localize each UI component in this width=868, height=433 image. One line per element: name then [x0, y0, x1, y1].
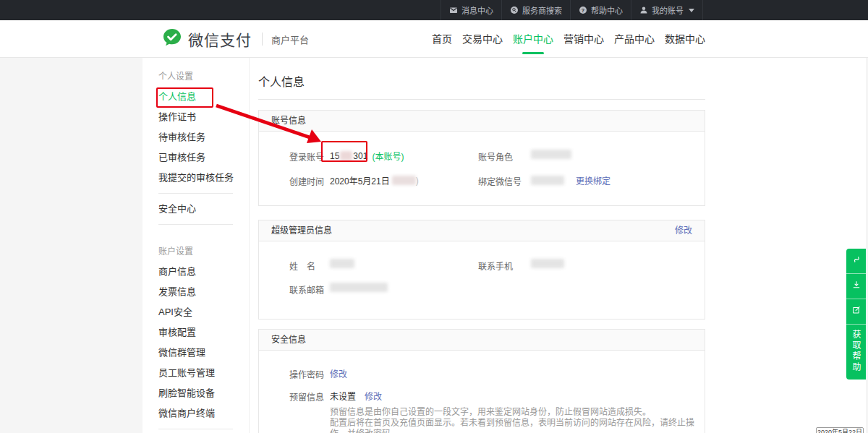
get-help-button[interactable]: 获取帮助 [846, 325, 866, 380]
feedback-button[interactable] [846, 299, 866, 325]
account-role-label: 账号角色 [478, 150, 513, 163]
sidebar-item-api-security[interactable]: API安全 [158, 302, 249, 322]
topbar-item-messages[interactable]: 消息中心 [441, 0, 501, 20]
primary-nav: 首页 交易中心 账户中心 营销中心 产品中心 数据中心 [432, 20, 705, 58]
bound-wechat-label: 绑定微信号 [478, 175, 522, 187]
operation-password-value: 修改 [330, 367, 347, 380]
brand-portal-label: 商户平台 [271, 33, 309, 46]
sidebar-item-wechat-merchant-terminal[interactable]: 微信商户终端 [158, 403, 249, 424]
login-account-suffix: 301 [353, 151, 367, 161]
brand-divider [262, 33, 263, 46]
sidebar: 个人设置 个人信息 操作证书 待审核任务 已审核任务 我提交的审核任务 安全中心… [142, 58, 250, 433]
sidebar-group-personal-settings: 个人设置 [158, 67, 249, 87]
get-help-label: 获取帮助 [850, 330, 862, 373]
topbar-item-my-account[interactable]: 我的账号 [631, 0, 703, 20]
main-content: 个人信息 账号信息 登录账号 15 301 (本账号) 账号角色 [250, 58, 866, 433]
page-title: 个人信息 [258, 72, 866, 90]
sidebar-divider [158, 429, 233, 429]
security-info-card: 安全信息 操作密码 修改 预留信息 未设置 修改 预留信息是由你自己设置的一段文… [258, 329, 705, 433]
reserve-info-description: 预留信息是由你自己设置的一段文字，用来鉴定网站身份，防止假冒网站造成损失。 配置… [330, 407, 705, 433]
operation-password-label: 操作密码 [289, 368, 324, 380]
contact-email-value [330, 283, 388, 292]
change-binding-link[interactable]: 更换绑定 [576, 174, 610, 187]
sidebar-item-operation-certificate[interactable]: 操作证书 [158, 107, 249, 127]
current-account-tag: (本账号) [372, 150, 404, 162]
nav-product-center[interactable]: 产品中心 [614, 20, 655, 58]
sidebar-item-reviewed-tasks[interactable]: 已审核任务 [158, 147, 249, 168]
title-divider [258, 99, 705, 100]
question-circle-icon: ? [579, 6, 587, 14]
sidebar-divider [158, 193, 233, 194]
brand: 微信支付 商户平台 [162, 20, 309, 58]
reserve-info-value: 未设置 修改 [330, 390, 382, 402]
user-icon [639, 6, 648, 14]
wechat-pay-logo [162, 27, 182, 51]
sidebar-item-wechat-group-management[interactable]: 微信群管理 [158, 343, 249, 363]
search-circle-icon [510, 6, 519, 14]
description-line: 预留信息是由你自己设置的一段文字，用来鉴定网站身份，防止假冒网站造成损失。 [330, 407, 705, 418]
sidebar-item-face-smart-device[interactable]: 刷脸智能设备 [158, 383, 249, 403]
security-info-card-header: 安全信息 [259, 330, 705, 351]
redacted-created-detail [392, 176, 416, 185]
topbar: 消息中心 服务商搜索 ? 帮助中心 我的账号 [0, 0, 868, 20]
admin-modify-link[interactable]: 修改 [675, 220, 692, 241]
name-value [330, 259, 354, 268]
created-time-label: 创建时间 [289, 175, 324, 187]
sidebar-item-personal-info[interactable]: 个人信息 [158, 87, 249, 107]
page-body: 个人设置 个人信息 操作证书 待审核任务 已审核任务 我提交的审核任务 安全中心… [0, 58, 868, 433]
password-modify-link[interactable]: 修改 [330, 367, 347, 380]
download-icon [851, 280, 861, 293]
created-tail: ) [416, 176, 419, 186]
floating-help-bar: 获取帮助 [846, 249, 866, 380]
account-role-value [531, 150, 571, 159]
login-account-prefix: 15 [330, 151, 339, 161]
topbar-item-label: 我的账号 [652, 4, 684, 16]
redacted-name [330, 259, 354, 268]
redacted-phone [531, 259, 564, 268]
super-admin-card: 超级管理员信息 修改 姓 名 联系手机 联系邮箱 [258, 220, 705, 320]
reserve-modify-link[interactable]: 修改 [365, 390, 382, 402]
link-button[interactable] [846, 249, 866, 274]
contact-email-label: 联系邮箱 [289, 283, 324, 296]
sidebar-item-staff-account-management[interactable]: 员工账号管理 [158, 363, 249, 383]
wechat-pay-merchant-platform: 消息中心 服务商搜索 ? 帮助中心 我的账号 微信支付 商户平台 [0, 0, 868, 433]
contact-phone-label: 联系手机 [478, 260, 513, 272]
header: 微信支付 商户平台 首页 交易中心 账户中心 营销中心 产品中心 数据中心 [0, 20, 868, 58]
sidebar-item-merchant-info[interactable]: 商户信息 [158, 262, 249, 282]
sidebar-item-review-config[interactable]: 审核配置 [158, 322, 249, 343]
account-info-card: 账号信息 登录账号 15 301 (本账号) 账号角色 创建时间 [258, 110, 705, 206]
redacted-email [330, 283, 388, 292]
name-label: 姓 名 [289, 260, 315, 272]
sidebar-item-security-center[interactable]: 安全中心 [158, 199, 249, 219]
sidebar-item-my-submitted-tasks[interactable]: 我提交的审核任务 [158, 168, 249, 188]
topbar-item-help-center[interactable]: ? 帮助中心 [570, 0, 631, 20]
nav-account-center[interactable]: 账户中心 [513, 20, 553, 58]
date-tooltip: 2020年5月22日 [816, 427, 864, 433]
nav-transaction-center[interactable]: 交易中心 [462, 20, 503, 58]
sidebar-item-pending-review-tasks[interactable]: 待审核任务 [158, 127, 249, 147]
content-column: 个人设置 个人信息 操作证书 待审核任务 已审核任务 我提交的审核任务 安全中心… [142, 58, 866, 433]
sidebar-divider [158, 224, 233, 225]
reserve-not-set: 未设置 [330, 390, 356, 402]
topbar-item-label: 帮助中心 [591, 4, 623, 16]
login-account-value: 15 301 (本账号) [330, 150, 404, 162]
mail-icon [449, 6, 458, 14]
redacted-account-role [531, 150, 571, 159]
bound-wechat-value: 更换绑定 [531, 174, 610, 187]
redacted-wechat-id [531, 176, 564, 185]
sidebar-group-account-settings: 账户设置 [158, 241, 249, 262]
login-account-label: 登录账号 [289, 150, 324, 163]
nav-home[interactable]: 首页 [432, 20, 452, 58]
nav-data-center[interactable]: 数据中心 [665, 20, 705, 58]
topbar-item-provider-search[interactable]: 服务商搜索 [501, 0, 570, 20]
topbar-menu: 消息中心 服务商搜索 ? 帮助中心 我的账号 [441, 0, 703, 20]
description-line: 配置后将在首页及充值页面显示。若未看到预留信息，表明当前访问的网站存在风险，请终… [330, 418, 705, 433]
download-button[interactable] [846, 274, 866, 299]
super-admin-card-header: 超级管理员信息 修改 [259, 220, 705, 241]
created-date: 2020年5月21日 [330, 174, 390, 187]
topbar-item-label: 消息中心 [461, 4, 493, 16]
sidebar-item-invoice-info[interactable]: 发票信息 [158, 282, 249, 302]
super-admin-card-body: 姓 名 联系手机 联系邮箱 [259, 241, 705, 319]
contact-phone-value [531, 259, 564, 268]
nav-marketing-center[interactable]: 营销中心 [563, 20, 604, 58]
